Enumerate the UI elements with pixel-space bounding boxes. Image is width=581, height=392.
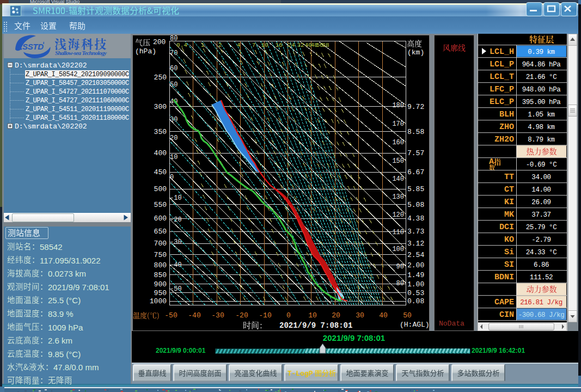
svg-text:Si: Si: [504, 248, 514, 257]
svg-text:LFC_P: LFC_P: [490, 85, 514, 94]
svg-text:LCL_P: LCL_P: [490, 60, 514, 69]
svg-text:0.39 km: 0.39 km: [528, 48, 554, 56]
svg-text:1.05 km: 1.05 km: [528, 111, 554, 119]
svg-text:37.37: 37.37: [531, 211, 551, 219]
svg-text:CT: CT: [504, 185, 514, 194]
svg-text:BDNI: BDNI: [494, 273, 514, 282]
svg-text:LCL_H: LCL_H: [490, 47, 514, 57]
svg-text:26.09: 26.09: [531, 199, 551, 206]
svg-text:ZHO: ZHO: [499, 122, 514, 132]
svg-text:KI: KI: [504, 198, 514, 207]
svg-text:948.00 hPa: 948.00 hPa: [522, 86, 561, 94]
svg-text:6.86: 6.86: [534, 261, 549, 269]
svg-text:-2.79: -2.79: [531, 236, 551, 244]
svg-text:ELC_P: ELC_P: [490, 97, 514, 107]
svg-text:CAPE: CAPE: [494, 298, 514, 307]
svg-text:BLH: BLH: [499, 110, 514, 119]
svg-text:111.52: 111.52: [530, 274, 553, 281]
svg-text:LCL_T: LCL_T: [490, 72, 514, 82]
svg-text:CIN: CIN: [499, 310, 514, 320]
svg-text:DCI: DCI: [499, 223, 514, 232]
svg-text:ZH2O: ZH2O: [494, 135, 514, 144]
svg-text:14.00: 14.00: [531, 186, 551, 194]
svg-text:4.98 km: 4.98 km: [528, 124, 554, 131]
svg-text:-300.68 J/kg: -300.68 J/kg: [518, 311, 565, 319]
svg-text:964.86 hPa: 964.86 hPa: [522, 61, 561, 69]
svg-text:SI: SI: [504, 260, 514, 270]
svg-text:TT: TT: [504, 173, 514, 182]
svg-text:KO: KO: [504, 235, 514, 244]
svg-text:395.00 hPa: 395.00 hPa: [522, 99, 561, 106]
svg-text:8.79 km: 8.79 km: [528, 136, 554, 144]
svg-text:216.81 J/kg: 216.81 J/kg: [520, 299, 562, 307]
svg-text:34.00: 34.00: [531, 174, 551, 181]
svg-text:21.66 °C: 21.66 °C: [526, 74, 556, 81]
svg-text:MK: MK: [504, 210, 514, 219]
svg-text:-0.69 °C: -0.69 °C: [526, 161, 556, 169]
svg-text:25.79 °C: 25.79 °C: [526, 224, 556, 231]
svg-text:24.33 °C: 24.33 °C: [526, 249, 556, 256]
